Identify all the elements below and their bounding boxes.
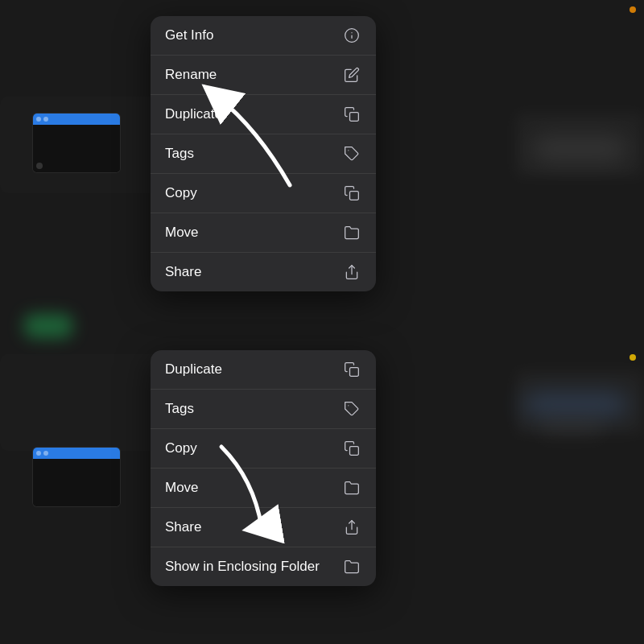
duplicate-icon-bottom — [342, 360, 361, 379]
share-icon-bottom — [342, 518, 361, 537]
menu-item-share-top[interactable]: Share — [151, 253, 376, 291]
menu-item-tags-bottom[interactable]: Tags — [151, 390, 376, 429]
menu-item-rename[interactable]: Rename — [151, 56, 376, 95]
folder-icon — [342, 223, 361, 242]
copy-icon — [342, 184, 361, 203]
menu-item-share-bottom[interactable]: Share — [151, 508, 376, 547]
svg-rect-9 — [350, 447, 359, 456]
share-icon — [342, 262, 361, 282]
duplicate-icon — [342, 105, 361, 124]
file-thumbnail-top — [32, 113, 121, 173]
file-thumbnail-bottom — [32, 447, 121, 507]
context-menu-top: Get Info Rename Duplicate Tags Copy Move — [151, 16, 376, 291]
menu-item-copy-bottom[interactable]: Copy — [151, 429, 376, 469]
menu-item-get-info[interactable]: Get Info — [151, 16, 376, 56]
info-icon — [342, 26, 361, 45]
folder-enclosing-icon — [342, 557, 361, 576]
context-menu-bottom: Duplicate Tags Copy Move Share Show in E… — [151, 350, 376, 586]
tag-icon-bottom — [342, 399, 361, 419]
menu-item-move-bottom[interactable]: Move — [151, 469, 376, 508]
menu-item-duplicate-bottom[interactable]: Duplicate — [151, 350, 376, 390]
tag-icon — [342, 144, 361, 163]
svg-rect-7 — [350, 368, 359, 377]
svg-rect-5 — [350, 192, 359, 200]
menu-item-move-top[interactable]: Move — [151, 213, 376, 253]
menu-item-copy-top[interactable]: Copy — [151, 174, 376, 213]
menu-item-duplicate-top[interactable]: Duplicate — [151, 95, 376, 134]
menu-item-show-enclosing[interactable]: Show in Enclosing Folder — [151, 547, 376, 586]
svg-rect-3 — [350, 113, 359, 122]
pencil-icon — [342, 65, 361, 85]
menu-item-tags-top[interactable]: Tags — [151, 134, 376, 174]
folder-icon-bottom — [342, 478, 361, 497]
copy-icon-bottom — [342, 439, 361, 458]
